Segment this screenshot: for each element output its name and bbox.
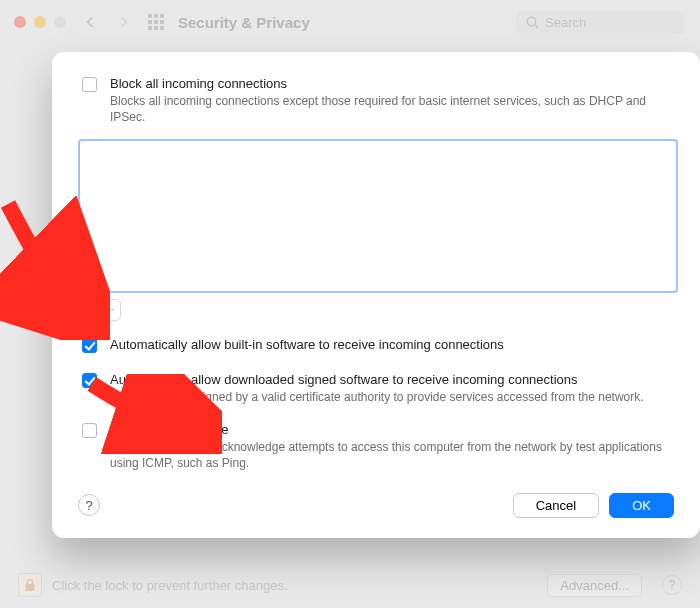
search-field[interactable]: Search: [516, 11, 686, 34]
forward-button[interactable]: [114, 12, 134, 32]
cancel-button[interactable]: Cancel: [513, 493, 599, 518]
app-list[interactable]: [78, 139, 678, 293]
minimize-window-icon[interactable]: [34, 16, 46, 28]
block-all-option: Block all incoming connections Blocks al…: [78, 76, 674, 125]
stealth-title: Enable stealth mode: [110, 422, 674, 437]
close-window-icon[interactable]: [14, 16, 26, 28]
back-button[interactable]: [80, 12, 100, 32]
help-icon[interactable]: ?: [662, 575, 682, 595]
block-all-checkbox[interactable]: [82, 77, 97, 92]
auto-builtin-option: Automatically allow built-in software to…: [78, 337, 674, 356]
auto-signed-desc: Allows software signed by a valid certif…: [110, 389, 644, 405]
stealth-checkbox[interactable]: [82, 423, 97, 438]
search-icon: [526, 16, 539, 29]
stealth-option: Enable stealth mode Don't respond to or …: [78, 422, 674, 471]
auto-signed-checkbox[interactable]: [82, 373, 97, 388]
block-all-title: Block all incoming connections: [110, 76, 674, 91]
block-all-desc: Blocks all incoming connections except t…: [110, 93, 674, 125]
chevron-right-icon: [120, 15, 128, 29]
firewall-options-sheet: Block all incoming connections Blocks al…: [52, 52, 700, 538]
sheet-button-row: ? Cancel OK: [78, 493, 674, 518]
show-all-icon[interactable]: [148, 14, 164, 30]
svg-rect-2: [26, 584, 35, 591]
window-titlebar: Security & Privacy Search: [0, 0, 700, 44]
lock-icon[interactable]: [18, 573, 42, 597]
search-placeholder: Search: [545, 15, 586, 30]
advanced-button[interactable]: Advanced...: [547, 574, 642, 597]
sheet-help-button[interactable]: ?: [78, 494, 100, 516]
svg-point-0: [527, 17, 535, 25]
chevron-left-icon: [86, 15, 94, 29]
window-controls: [14, 16, 66, 28]
remove-app-button[interactable]: −: [99, 299, 121, 321]
lock-hint-text: Click the lock to prevent further change…: [52, 578, 288, 593]
stealth-desc: Don't respond to or acknowledge attempts…: [110, 439, 674, 471]
auto-builtin-title: Automatically allow built-in software to…: [110, 337, 504, 352]
zoom-window-icon[interactable]: [54, 16, 66, 28]
svg-line-1: [535, 25, 538, 28]
window-footer: Click the lock to prevent further change…: [0, 562, 700, 608]
auto-builtin-checkbox[interactable]: [82, 338, 97, 353]
window-title: Security & Privacy: [178, 14, 310, 31]
auto-signed-title: Automatically allow downloaded signed so…: [110, 372, 644, 387]
auto-signed-option: Automatically allow downloaded signed so…: [78, 372, 674, 405]
ok-button[interactable]: OK: [609, 493, 674, 518]
padlock-icon: [24, 578, 36, 592]
add-app-button[interactable]: +: [78, 299, 100, 321]
plus-minus-group: + −: [78, 299, 674, 321]
